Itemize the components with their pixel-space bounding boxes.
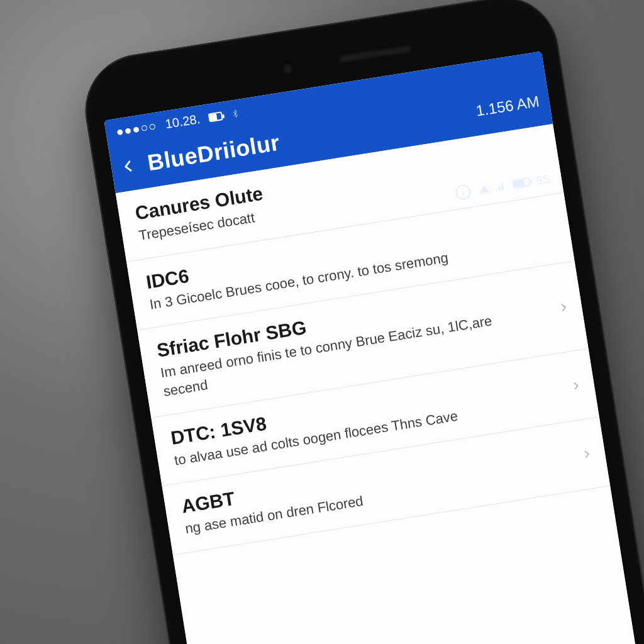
header-clock: 1.156 AM	[475, 92, 541, 120]
results-list[interactable]: Canures Olute Trepeseísec docatt IDC6 In…	[116, 124, 644, 644]
status-time: 10.28.	[164, 112, 201, 131]
phone-frame: ●●●○○ 10.28. BlueDriiolur 1.156 AM i	[77, 0, 644, 644]
screen: ●●●○○ 10.28. BlueDriiolur 1.156 AM i	[104, 51, 644, 644]
signal-dots-icon: ●●●○○	[115, 119, 158, 140]
chevron-right-icon	[580, 448, 594, 461]
chevron-right-icon	[569, 379, 582, 392]
app-title: BlueDriiolur	[146, 130, 282, 177]
battery-icon	[208, 111, 223, 122]
bluetooth-icon	[230, 106, 241, 121]
chevron-right-icon	[557, 301, 570, 314]
back-button[interactable]	[121, 158, 136, 174]
